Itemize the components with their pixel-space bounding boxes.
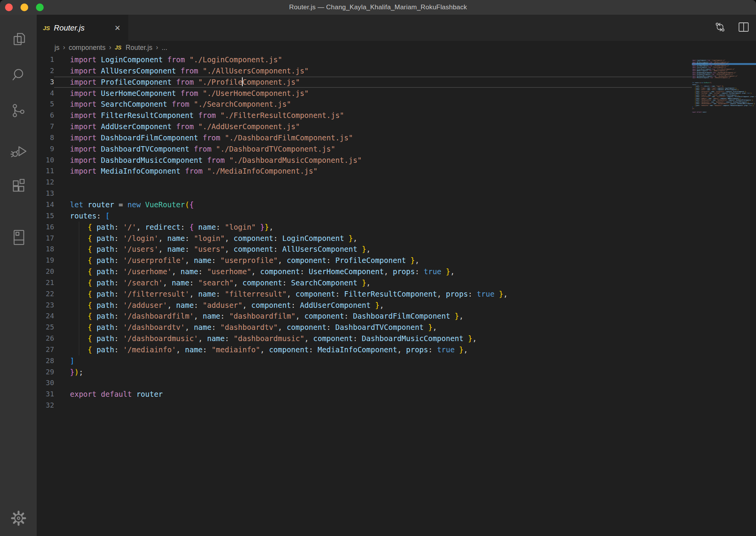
code-line[interactable]: 5import SearchComponent from "./SearchCo… xyxy=(37,99,756,110)
code-line[interactable]: 13 xyxy=(37,188,756,199)
line-number[interactable]: 3 xyxy=(37,77,54,88)
code-line[interactable]: 19 { path: '/userprofile', name: "userpr… xyxy=(37,255,756,266)
code-text: { path: '/', redirect: { name: "login" }… xyxy=(54,222,756,233)
code-line[interactable]: 9import DashboardTVComponent from "./Das… xyxy=(37,143,756,155)
code-line[interactable]: 31export default router xyxy=(37,389,756,400)
code-text: { path: '/userprofile', name: "userprofi… xyxy=(54,255,756,266)
code-line[interactable]: 16 { path: '/', redirect: { name: "login… xyxy=(37,222,756,233)
code-line[interactable]: 30 xyxy=(37,377,756,389)
split-editor-icon[interactable] xyxy=(737,21,750,34)
minimize-window-button[interactable] xyxy=(20,3,28,11)
line-number[interactable]: 32 xyxy=(37,400,54,411)
code-text: }); xyxy=(54,367,756,378)
run-debug-icon[interactable] xyxy=(8,140,29,162)
line-number[interactable]: 19 xyxy=(37,255,54,266)
code-line[interactable]: 21 { path: '/search', name: "search", co… xyxy=(37,277,756,288)
code-line[interactable]: 6import FilterResultComponent from "./Fi… xyxy=(37,110,756,121)
code-text: { path: '/userhome', name: "userhome", c… xyxy=(54,266,756,277)
line-number[interactable]: 6 xyxy=(37,110,54,121)
code-line[interactable]: 2import AllUsersComponent from "./AllUse… xyxy=(37,65,756,77)
line-number[interactable]: 23 xyxy=(37,300,54,311)
activity-bar xyxy=(0,15,37,536)
line-number[interactable]: 16 xyxy=(37,222,54,233)
line-number[interactable]: 13 xyxy=(37,188,54,199)
code-line[interactable]: 4import UserHomeComponent from "./UserHo… xyxy=(37,88,756,99)
line-number[interactable]: 28 xyxy=(37,355,54,367)
code-line[interactable]: 1import LoginComponent from "./LoginComp… xyxy=(37,54,756,65)
code-line[interactable]: 29}); xyxy=(37,367,756,378)
code-line[interactable]: 11import MediaInfoComponent from "./Medi… xyxy=(37,166,756,177)
open-changes-icon[interactable] xyxy=(714,21,726,34)
tab-router-js[interactable]: JS Router.js ✕ xyxy=(37,15,128,41)
code-line[interactable]: 20 { path: '/userhome', name: "userhome"… xyxy=(37,266,756,277)
code-editor[interactable]: 1import LoginComponent from "./LoginComp… xyxy=(37,54,756,536)
code-line[interactable]: 22 { path: '/filterresult', name: "filte… xyxy=(37,288,756,300)
breadcrumb-segment-components[interactable]: components xyxy=(69,44,106,52)
line-number[interactable]: 12 xyxy=(37,177,54,188)
line-number[interactable]: 14 xyxy=(37,199,54,210)
minimap-line xyxy=(692,113,756,115)
code-line[interactable]: 26 { path: '/dashboardmusic', name: "das… xyxy=(37,333,756,344)
zoom-window-button[interactable] xyxy=(36,3,44,11)
line-number[interactable]: 25 xyxy=(37,322,54,333)
code-line[interactable]: 25 { path: '/dashboardtv', name: "dashbo… xyxy=(37,322,756,333)
line-number[interactable]: 17 xyxy=(37,233,54,244)
line-number[interactable]: 22 xyxy=(37,288,54,300)
code-line[interactable]: 8import DashboardFilmComponent from "./D… xyxy=(37,132,756,143)
line-number[interactable]: 24 xyxy=(37,311,54,322)
code-text: ] xyxy=(54,355,756,367)
code-area[interactable]: 1import LoginComponent from "./LoginComp… xyxy=(37,54,756,411)
line-number[interactable]: 4 xyxy=(37,88,54,99)
code-line[interactable]: 14let router = new VueRouter({ xyxy=(37,199,756,210)
line-number[interactable]: 11 xyxy=(37,166,54,177)
explorer-icon[interactable] xyxy=(8,28,29,50)
line-number[interactable]: 10 xyxy=(37,155,54,166)
settings-gear-icon[interactable] xyxy=(8,507,29,529)
code-line[interactable]: 27 { path: '/mediainfo', name: "mediainf… xyxy=(37,344,756,355)
line-number[interactable]: 21 xyxy=(37,277,54,288)
code-line[interactable]: 32 xyxy=(37,400,756,411)
code-text xyxy=(54,377,756,389)
code-line[interactable]: 15routes: [ xyxy=(37,210,756,222)
line-number[interactable]: 18 xyxy=(37,244,54,255)
code-line[interactable]: 3import ProfileComponent from "./Profile… xyxy=(37,77,756,88)
line-number[interactable]: 7 xyxy=(37,121,54,132)
code-text: import DashboardFilmComponent from "./Da… xyxy=(54,132,756,143)
line-number[interactable]: 5 xyxy=(37,99,54,110)
line-number[interactable]: 26 xyxy=(37,333,54,344)
notebook-icon[interactable] xyxy=(8,227,29,248)
minimap-line: { path: '/mediainfo', name: "mediainfo",… xyxy=(692,104,756,106)
line-number[interactable]: 30 xyxy=(37,377,54,389)
breadcrumb-segment-symbol[interactable]: ... xyxy=(162,44,167,52)
code-line[interactable]: 12 xyxy=(37,177,756,188)
close-window-button[interactable] xyxy=(5,3,13,11)
code-line[interactable]: 28] xyxy=(37,355,756,367)
code-line[interactable]: 24 { path: '/dashboardfilm', name: "dash… xyxy=(37,311,756,322)
code-line[interactable]: 10import DashboardMusicComponent from ".… xyxy=(37,155,756,166)
breadcrumb-segment-file[interactable]: Router.js xyxy=(126,44,152,52)
line-number[interactable]: 31 xyxy=(37,389,54,400)
line-number[interactable]: 15 xyxy=(37,210,54,222)
line-number[interactable]: 2 xyxy=(37,65,54,77)
code-text: import AllUsersComponent from "./AllUser… xyxy=(54,65,756,77)
line-number[interactable]: 1 xyxy=(37,54,54,65)
code-line[interactable]: 17 { path: '/login', name: "login", comp… xyxy=(37,233,756,244)
code-text xyxy=(54,177,756,188)
search-icon[interactable] xyxy=(8,64,29,86)
breadcrumb-segment-js[interactable]: js xyxy=(54,44,60,52)
source-control-icon[interactable] xyxy=(8,100,29,121)
minimap[interactable]: import LoginComponent from "./LoginCompo… xyxy=(692,54,756,536)
line-number[interactable]: 8 xyxy=(37,132,54,143)
line-number[interactable]: 20 xyxy=(37,266,54,277)
extensions-icon[interactable] xyxy=(8,176,29,197)
code-line[interactable]: 18 { path: '/users', name: "users", comp… xyxy=(37,244,756,255)
line-number[interactable]: 9 xyxy=(37,143,54,155)
line-number[interactable]: 27 xyxy=(37,344,54,355)
code-line[interactable]: 7import AddUserComponent from "./AddUser… xyxy=(37,121,756,132)
code-text: import UserHomeComponent from "./UserHom… xyxy=(54,88,756,99)
close-tab-icon[interactable]: ✕ xyxy=(113,23,122,33)
code-text: { path: '/mediainfo', name: "mediainfo",… xyxy=(54,344,756,355)
window-controls xyxy=(0,3,44,11)
code-line[interactable]: 23 { path: '/adduser', name: "adduser", … xyxy=(37,300,756,311)
line-number[interactable]: 29 xyxy=(37,367,54,378)
